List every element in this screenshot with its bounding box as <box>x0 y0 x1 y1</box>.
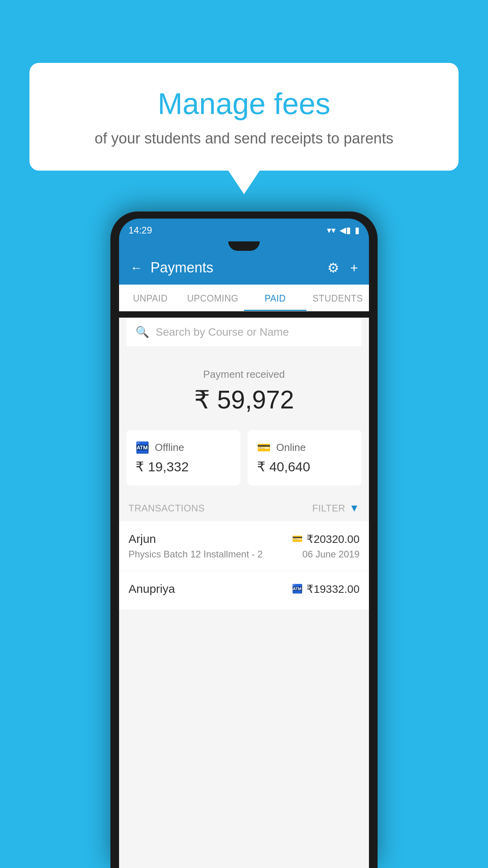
payment-amount: ₹ 59,972 <box>127 385 361 414</box>
transaction-amount-wrap-1: 💳 ₹20320.00 <box>292 533 360 546</box>
transaction-amount-1: ₹20320.00 <box>306 533 360 546</box>
payment-label: Payment received <box>127 368 361 381</box>
tab-upcoming[interactable]: UPCOMING <box>182 285 244 311</box>
transaction-mode-icon-2: 🏧 <box>292 584 303 594</box>
transaction-amount-2: ₹19332.00 <box>306 583 360 596</box>
offline-card-header: 🏧 Offline <box>136 441 231 454</box>
notch-area <box>119 240 369 251</box>
offline-icon: 🏧 <box>136 441 149 454</box>
online-amount: ₹ 40,640 <box>257 459 352 474</box>
header-title: Payments <box>150 259 327 276</box>
wifi-icon: ▾▾ <box>327 225 336 235</box>
search-icon: 🔍 <box>136 326 149 338</box>
filter-label: FILTER <box>312 503 345 514</box>
online-label: Online <box>276 441 306 454</box>
phone-frame: 14:29 ▾▾ ◀▮ ▮ ← Payments ⚙ + UNPAID UPCO… <box>110 211 378 868</box>
transaction-amount-wrap-2: 🏧 ₹19332.00 <box>292 583 360 596</box>
header-actions: ⚙ + <box>327 260 358 276</box>
search-container[interactable]: 🔍 Search by Course or Name <box>126 318 362 346</box>
filter-button[interactable]: FILTER ▼ <box>312 502 360 514</box>
add-icon[interactable]: + <box>350 260 358 276</box>
speech-bubble-arrow <box>228 171 260 194</box>
back-button[interactable]: ← <box>130 261 143 275</box>
tab-bar: UNPAID UPCOMING PAID STUDENTS <box>119 285 369 311</box>
transaction-date-1: 06 June 2019 <box>303 549 360 560</box>
filter-icon: ▼ <box>349 502 360 514</box>
app-header: ← Payments ⚙ + <box>119 251 369 285</box>
transaction-course-1: Physics Batch 12 Installment - 2 <box>128 549 262 560</box>
phone-content: 🔍 Search by Course or Name Payment recei… <box>119 318 369 868</box>
online-card: 💳 Online ₹ 40,640 <box>248 430 362 485</box>
signal-icon: ◀▮ <box>339 225 351 235</box>
settings-icon[interactable]: ⚙ <box>327 260 339 276</box>
status-icons: ▾▾ ◀▮ ▮ <box>327 225 360 235</box>
tab-students[interactable]: STUDENTS <box>306 285 369 311</box>
online-icon: 💳 <box>257 441 271 454</box>
payment-section: Payment received ₹ 59,972 <box>119 353 369 426</box>
online-card-header: 💳 Online <box>257 441 352 454</box>
notch <box>228 241 260 251</box>
transactions-header: TRANSACTIONS FILTER ▼ <box>119 495 369 521</box>
offline-card: 🏧 Offline ₹ 19,332 <box>126 430 240 485</box>
speech-bubble-title: Manage fees <box>49 86 439 121</box>
transactions-label: TRANSACTIONS <box>128 503 205 514</box>
speech-bubble-container: Manage fees of your students and send re… <box>29 63 459 194</box>
status-bar: 14:29 ▾▾ ◀▮ ▮ <box>119 219 369 240</box>
speech-bubble-subtitle: of your students and send receipts to pa… <box>49 130 439 147</box>
transaction-bottom-1: Physics Batch 12 Installment - 2 06 June… <box>128 549 360 560</box>
search-placeholder: Search by Course or Name <box>156 326 289 338</box>
transaction-row[interactable]: Arjun 💳 ₹20320.00 Physics Batch 12 Insta… <box>119 521 369 571</box>
transaction-row-2[interactable]: Anupriya 🏧 ₹19332.00 <box>119 571 369 610</box>
transaction-top-2: Anupriya 🏧 ₹19332.00 <box>128 582 360 596</box>
status-time: 14:29 <box>128 225 152 236</box>
tab-unpaid[interactable]: UNPAID <box>119 285 182 311</box>
offline-amount: ₹ 19,332 <box>136 459 231 474</box>
transaction-name-1: Arjun <box>128 532 156 546</box>
transaction-top-1: Arjun 💳 ₹20320.00 <box>128 532 360 546</box>
battery-icon: ▮ <box>355 225 360 235</box>
tab-paid[interactable]: PAID <box>244 285 306 311</box>
cards-row: 🏧 Offline ₹ 19,332 💳 Online ₹ 40,640 <box>126 430 362 485</box>
transaction-name-2: Anupriya <box>128 582 175 596</box>
offline-label: Offline <box>155 441 184 454</box>
speech-bubble: Manage fees of your students and send re… <box>29 63 459 171</box>
transaction-mode-icon-1: 💳 <box>292 534 303 544</box>
